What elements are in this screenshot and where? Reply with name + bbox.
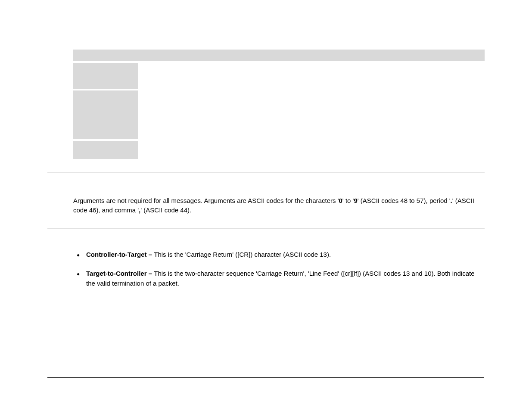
text-bold: 9	[354, 197, 357, 204]
table-row	[73, 50, 485, 61]
list-item: ● Target-to-Controller – This is the two…	[73, 269, 485, 288]
footer-divider	[47, 377, 484, 378]
bullet-list: ● Controller-to-Target – This is the 'Ca…	[73, 228, 485, 289]
list-item-content: Target-to-Controller – This is the two-c…	[86, 269, 485, 288]
table-row	[73, 141, 485, 159]
text: ' to '	[342, 197, 354, 204]
text-bold: 0	[339, 197, 342, 204]
list-item-content: Controller-to-Target – This is the 'Carr…	[86, 250, 485, 260]
list-item-text: This is the 'Carriage Return' ([CR]) cha…	[154, 251, 331, 258]
table-cell	[73, 90, 138, 139]
table-area	[73, 50, 485, 159]
text: Arguments are not required for all messa…	[73, 197, 339, 204]
table-row	[73, 63, 485, 89]
text: ' (ASCII code 44).	[140, 206, 191, 214]
bullet-icon: ●	[73, 269, 86, 278]
table-cell	[73, 141, 138, 159]
list-item: ● Controller-to-Target – This is the 'Ca…	[73, 250, 485, 260]
table-cell	[138, 141, 485, 159]
arguments-paragraph: Arguments are not required for all messa…	[73, 172, 480, 228]
text: ' (ASCII codes 48 to 57), period '	[358, 197, 451, 204]
table-cell	[138, 63, 485, 89]
table-cell	[73, 50, 138, 61]
list-item-label: Controller-to-Target –	[86, 251, 154, 258]
table-row	[73, 90, 485, 139]
bullet-icon: ●	[73, 250, 86, 259]
table-cell	[138, 50, 485, 61]
table-cell	[73, 63, 138, 89]
table-cell	[138, 90, 485, 139]
list-item-label: Target-to-Controller –	[86, 270, 154, 277]
